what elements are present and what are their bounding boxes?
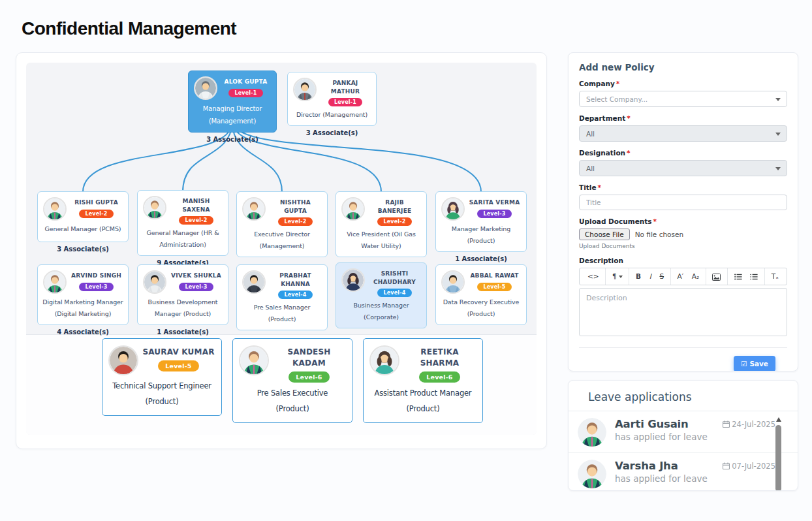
avatar (341, 197, 365, 221)
avatar (239, 345, 269, 375)
employee-title: Business Manager (Corporate) (339, 300, 423, 323)
org-node-card[interactable]: PANKAJ MATHUR Level-1 Director (Manageme… (287, 72, 377, 126)
employee-name: VIVEK SHUKLA (171, 272, 221, 280)
app: Confidential Management ALOK GUPTA Level… (0, 0, 812, 521)
company-select[interactable]: Select Company... (579, 91, 787, 107)
org-node-card[interactable]: ARVIND SINGH Level-3 Digital Marketing M… (37, 264, 129, 325)
level-badge: Level-2 (377, 217, 411, 226)
level-badge: Level-2 (179, 216, 213, 225)
employee-name: REETIKA SHARMA (403, 347, 476, 369)
paragraph-format-button[interactable]: ¶ (610, 268, 625, 285)
level-badge: Level-2 (79, 210, 113, 218)
employee-title: Assistant Product Manager(Product) (367, 385, 478, 417)
toolbar-divider (605, 268, 606, 285)
org-node-card-selected[interactable]: SRISHTI CHAUDHARY Level-4 Business Manag… (336, 262, 427, 328)
org-node: MANISH SAXENA Level-2 General Manager (H… (137, 190, 228, 266)
employee-name: NISHTHA GUPTA (269, 198, 322, 215)
department-select-value: All (586, 130, 595, 138)
avatar (43, 197, 67, 221)
bold-button[interactable]: B (634, 268, 643, 285)
description-input[interactable] (579, 288, 787, 336)
subscript-button[interactable]: A₂ (690, 268, 701, 285)
org-node-card[interactable]: NISHTHA GUPTA Level-2 Executive Director… (236, 191, 328, 257)
level-badge: Level-6 (289, 371, 329, 383)
description-label: Description (579, 257, 787, 264)
org-node-card[interactable]: PRABHAT KHANNA Level-4 Pre Sales Manager… (236, 264, 328, 330)
insert-image-button[interactable] (710, 268, 723, 285)
org-node: ALOK GUPTA Level-1 Managing Director (Ma… (188, 71, 277, 143)
title-input[interactable] (579, 195, 787, 210)
level-badge: Level-3 (477, 210, 511, 218)
designation-select[interactable]: All (579, 160, 787, 176)
add-policy-panel: Add new Policy Company* Select Company..… (568, 52, 798, 371)
scrollbar-thumb[interactable] (775, 425, 781, 491)
level-badge: Level-3 (79, 283, 113, 291)
strikethrough-button[interactable]: S (657, 268, 666, 285)
avatar (242, 270, 266, 294)
org-node: RISHI GUPTA Level-2 General Manager (PCM… (37, 191, 129, 253)
org-node-card[interactable]: SARITA VERMA Level-3 Manager Marketing (… (435, 191, 527, 252)
toolbar-divider (727, 268, 728, 285)
org-node: PANKAJ MATHUR Level-1 Director (Manageme… (287, 72, 377, 136)
required-asterisk: * (616, 80, 620, 87)
org-node: VIVEK SHUKLA Level-3 Business Developmen… (137, 264, 228, 336)
choose-file-button[interactable]: Choose File (579, 229, 630, 240)
save-button[interactable]: ☑ Save (734, 356, 775, 371)
org-node: RAJIB BANERJEE Level-2 Vice President (O… (336, 191, 427, 257)
org-node-card[interactable]: RISHI GUPTA Level-2 General Manager (PCM… (37, 191, 129, 242)
chevron-down-icon (619, 276, 623, 278)
employee-name: ABBAL RAWAT (470, 272, 518, 280)
chevron-down-icon (775, 98, 781, 101)
department-select[interactable]: All (579, 125, 787, 142)
org-node: SAURAV KUMAR Level-5 Technical Support E… (102, 338, 222, 416)
org-node-card[interactable]: ABBAL RAWAT Level-5 Data Recovery Execut… (435, 264, 527, 325)
org-node-card[interactable]: RAJIB BANERJEE Level-2 Vice President (O… (336, 191, 427, 257)
italic-button[interactable]: I (648, 268, 653, 285)
chevron-down-icon (775, 133, 781, 136)
org-node-card[interactable]: VIVEK SHUKLA Level-3 Business Developmen… (137, 264, 228, 325)
employee-title: Data Recovery Executive (Product) (439, 296, 523, 320)
code-view-button[interactable]: <> (586, 268, 601, 285)
org-node-card[interactable]: SAURAV KUMAR Level-5 Technical Support E… (102, 338, 222, 416)
associates-count: 4 Associate(s) (37, 328, 129, 336)
required-asterisk: * (627, 114, 631, 122)
leave-applications-panel: Leave applications Aarti Gusain 24-Jul-2… (568, 380, 798, 491)
required-asterisk: * (653, 217, 657, 225)
associates-count: 3 Associate(s) (188, 136, 277, 143)
leave-list-item[interactable]: Aarti Gusain 24-Jul-2025 has applied for… (569, 411, 798, 453)
org-node-card[interactable]: SANDESH KADAM Level-6 Pre Sales Executiv… (232, 338, 352, 423)
employee-title: General Manager (HR & Administration) (141, 227, 225, 251)
leave-list-item[interactable]: Varsha Jha 07-Jul-2025 has applied for l… (569, 453, 798, 491)
leave-employee-name: Aarti Gusain (615, 418, 689, 430)
chevron-down-icon (775, 167, 781, 170)
ordered-list-button[interactable] (748, 268, 760, 285)
save-check-icon: ☑ (741, 360, 747, 368)
avatar (441, 270, 465, 294)
employee-name: SRISHTI CHAUDHARY (368, 270, 421, 286)
leave-message: has applied for leave (615, 473, 775, 484)
upload-documents-hint: Upload Documents (579, 243, 787, 249)
page-title: Confidential Management (22, 18, 236, 39)
unordered-list-button[interactable] (732, 268, 744, 285)
clear-format-button[interactable]: Tₓ (770, 268, 781, 285)
org-node-card[interactable]: MANISH SAXENA Level-2 General Manager (H… (137, 190, 228, 256)
leave-date: 07-Jul-2025 (723, 462, 775, 471)
level-badge: Level-4 (278, 291, 312, 299)
associates-count: 1 Associate(s) (137, 328, 228, 336)
company-select-value: Select Company... (586, 95, 648, 103)
avatar (441, 197, 465, 221)
org-node: SRISHTI CHAUDHARY Level-4 Business Manag… (336, 262, 427, 328)
calendar-icon (723, 462, 730, 469)
level-badge: Level-2 (278, 217, 312, 226)
calendar-icon (723, 420, 730, 428)
org-node-card[interactable]: REETIKA SHARMA Level-6 Assistant Product… (363, 338, 483, 423)
scroll-up-icon[interactable] (776, 417, 781, 422)
org-node-card[interactable]: ALOK GUPTA Level-1 Managing Director (Ma… (188, 71, 277, 133)
avatar (341, 268, 365, 292)
superscript-button[interactable]: A′ (675, 268, 685, 285)
level-badge: Level-6 (419, 371, 460, 383)
scrollbar[interactable] (775, 417, 781, 491)
employee-title: Managing Director (Management) (192, 103, 273, 127)
employee-name: PRABHAT KHANNA (269, 272, 322, 288)
employee-name: MANISH SAXENA (170, 197, 223, 213)
